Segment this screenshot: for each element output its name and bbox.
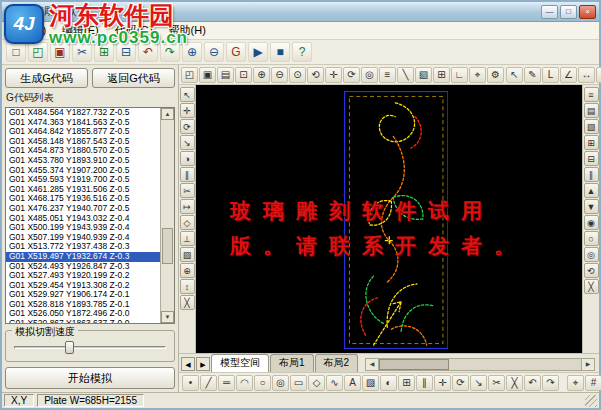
zoom-in-icon[interactable]: ⊕ — [253, 67, 270, 83]
text-icon[interactable]: A — [344, 375, 361, 391]
simulate-play-icon[interactable]: ▶ — [248, 42, 268, 62]
pan-icon[interactable]: ↕ — [180, 279, 195, 294]
snap-icon[interactable]: ⌖ — [567, 375, 584, 391]
layer-l-icon[interactable]: L — [542, 67, 559, 83]
select-icon[interactable]: ↖ — [180, 87, 195, 102]
mirror-icon[interactable]: ◐ — [380, 375, 397, 391]
polygon-icon[interactable]: ◇ — [308, 375, 325, 391]
spline-icon[interactable]: ∿ — [326, 375, 343, 391]
copy-icon[interactable]: ⊞ — [94, 42, 114, 62]
color-icon[interactable]: ▧ — [415, 67, 432, 83]
zoom-icon[interactable]: ⊕ — [180, 263, 195, 278]
help-icon[interactable]: ? — [292, 42, 312, 62]
open-file-icon[interactable]: ◰ — [181, 67, 198, 83]
node-edit-icon[interactable]: ◇ — [180, 215, 195, 230]
undo-icon[interactable]: ↶ — [138, 42, 158, 62]
select-arrow-icon[interactable]: ↖ — [506, 67, 523, 83]
gcode-line[interactable]: G01 X520.867 Y1863.637 Z-0.0 — [6, 319, 160, 323]
ellipse-icon[interactable]: ◎ — [272, 375, 289, 391]
offset-icon[interactable]: ∥ — [416, 375, 433, 391]
offset-icon[interactable]: ∥ — [180, 167, 195, 182]
gcode-generate-icon[interactable]: G — [226, 42, 246, 62]
extend-icon[interactable]: ↦ — [180, 199, 195, 214]
zoom-window-icon[interactable]: ⊡ — [235, 67, 252, 83]
pan-icon[interactable]: ✛ — [325, 67, 342, 83]
regen-icon[interactable]: ⟳ — [343, 67, 360, 83]
maximize-button[interactable]: □ — [560, 5, 577, 19]
zoom-out-icon[interactable]: ⊖ — [271, 67, 288, 83]
delete-icon[interactable]: ╳ — [584, 279, 599, 294]
zoom-previous-icon[interactable]: ⟲ — [307, 67, 324, 83]
save-file-icon[interactable]: ▣ — [50, 42, 70, 62]
properties-icon[interactable]: ▤ — [584, 103, 599, 118]
rectangle-icon[interactable]: ▭ — [290, 375, 307, 391]
grid-icon[interactable]: ⊞ — [433, 67, 450, 83]
scale-icon[interactable]: ↘ — [180, 135, 195, 150]
settings-icon[interactable]: ⚙ — [487, 67, 504, 83]
speed-slider[interactable] — [12, 340, 168, 355]
rotate-icon[interactable]: ⟳ — [180, 119, 195, 134]
drawing-canvas[interactable]: 玻璃雕刻软件试用 版。请联系开发者。 — [196, 85, 582, 353]
paste-icon[interactable]: ⊟ — [116, 42, 136, 62]
point-icon[interactable]: • — [182, 375, 199, 391]
hscroll-left-icon[interactable]: ◀ — [366, 359, 379, 370]
menu-item[interactable]: 代码(G) — [107, 22, 161, 39]
undo-icon[interactable]: ↶ — [524, 375, 541, 391]
print-icon[interactable]: ▤ — [217, 67, 234, 83]
measure-icon[interactable]: ↔ — [578, 67, 595, 83]
layout-tab[interactable]: 模型空间 — [211, 354, 269, 372]
open-file-icon[interactable]: ◰ — [28, 42, 48, 62]
grid-icon[interactable]: # — [585, 375, 601, 391]
zoom-out-icon[interactable]: ⊖ — [204, 42, 224, 62]
color-icon[interactable]: ▧ — [584, 119, 599, 134]
ungroup-icon[interactable]: ⊟ — [584, 151, 599, 166]
trim-icon[interactable]: ✂ — [488, 375, 505, 391]
menu-item[interactable]: 文件(F) — [2, 22, 54, 39]
double-line-icon[interactable]: ═ — [218, 375, 235, 391]
minimize-button[interactable]: — — [541, 5, 558, 19]
move-icon[interactable]: ✛ — [434, 375, 451, 391]
start-simulation-button[interactable]: 开始模拟 — [5, 367, 175, 389]
scrollbar-thumb[interactable] — [162, 228, 173, 264]
zoom-extents-icon[interactable]: ⊙ — [289, 67, 306, 83]
layout-tab[interactable]: 布局2 — [315, 354, 359, 372]
slider-thumb[interactable] — [65, 341, 74, 354]
circle-icon[interactable]: ○ — [254, 375, 271, 391]
preview-icon[interactable]: ◎ — [584, 247, 599, 262]
menu-item[interactable]: 编辑(E) — [54, 22, 107, 39]
erase-icon[interactable]: ╳ — [180, 295, 195, 310]
pen-icon[interactable]: ✎ — [524, 67, 541, 83]
gcode-scrollbar[interactable]: ▲ ▼ — [160, 108, 174, 323]
scroll-down-icon[interactable]: ▼ — [161, 311, 174, 323]
stop-icon[interactable]: ■ — [270, 42, 290, 62]
redo-icon[interactable]: ↷ — [160, 42, 180, 62]
dimension-icon[interactable]: ⊥ — [180, 231, 195, 246]
linetype-icon[interactable]: ╲ — [397, 67, 414, 83]
return-gcode-button[interactable]: 返回G代码 — [92, 68, 175, 88]
redraw-icon[interactable]: ◎ — [361, 67, 378, 83]
generate-gcode-button[interactable]: 生成G代码 — [5, 68, 88, 88]
new-file-icon[interactable]: □ — [6, 42, 26, 62]
rotate-icon[interactable]: ⟳ — [452, 375, 469, 391]
move-icon[interactable]: ✛ — [180, 103, 195, 118]
gcode-list[interactable]: G01 X484.564 Y1827.732 Z-0.5G01 X474.363… — [6, 108, 160, 323]
layout-tab[interactable]: 布局1 — [270, 354, 314, 372]
hscroll-thumb[interactable] — [379, 359, 449, 370]
erase-icon[interactable]: ╳ — [506, 375, 523, 391]
unlock-icon[interactable]: ○ — [584, 231, 599, 246]
hatch-icon[interactable]: ▨ — [180, 247, 195, 262]
scale-icon[interactable]: ↘ — [470, 375, 487, 391]
close-button[interactable]: × — [579, 5, 596, 19]
mirror-icon[interactable]: ◑ — [180, 151, 195, 166]
refresh-icon[interactable]: ⟲ — [584, 263, 599, 278]
scroll-up-icon[interactable]: ▲ — [161, 108, 174, 120]
redo-icon[interactable]: ↷ — [542, 375, 559, 391]
snap-icon[interactable]: ⌖ — [469, 67, 486, 83]
layers-icon[interactable]: ≡ — [379, 67, 396, 83]
arc-icon[interactable]: ◠ — [236, 375, 253, 391]
to-front-icon[interactable]: ▲ — [584, 183, 599, 198]
text-icon[interactable]: A — [596, 67, 601, 83]
slider-track[interactable] — [14, 346, 166, 349]
menu-item[interactable]: 帮助(H) — [161, 22, 214, 39]
line-icon[interactable]: ╱ — [200, 375, 217, 391]
